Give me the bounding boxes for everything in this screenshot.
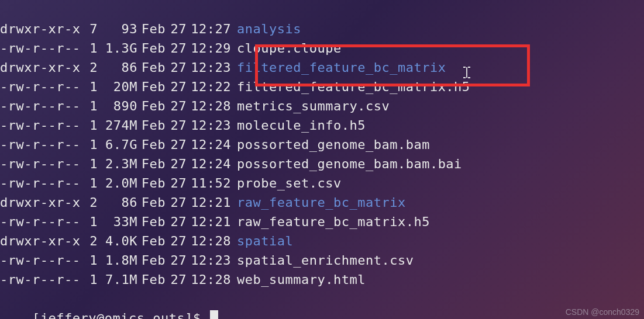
date-day: 27 [166,96,187,116]
date-month: Feb [137,251,166,270]
date-time: 12:23 [187,251,231,270]
date-day: 27 [166,154,187,174]
permissions: -rw-r--r-- [0,251,85,270]
listing-row: drwxr-xr-x286Feb2712:21raw_feature_bc_ma… [0,193,644,212]
date-time: 12:28 [187,96,231,116]
file-size: 7.1M [98,270,137,289]
date-month: Feb [137,154,166,174]
date-time: 12:24 [187,154,231,174]
link-count: 1 [85,251,98,270]
permissions: -rw-r--r-- [0,212,85,231]
shell-prompt: [jeffery@omics outs]$ [32,311,209,319]
directory-name: spatial [237,234,293,248]
date-day: 27 [166,174,187,193]
date-day: 27 [166,231,187,251]
link-count: 1 [85,174,98,193]
file-size: 6.7G [98,135,137,154]
date-time: 12:23 [187,116,231,135]
date-time: 12:28 [187,231,231,251]
date-day: 27 [166,39,187,58]
permissions: -rw-r--r-- [0,154,85,174]
link-count: 7 [85,19,98,39]
file-size: 890 [98,96,137,116]
listing-row: drwxr-xr-x24.0KFeb2712:28spatial [0,231,644,251]
terminal-output[interactable]: drwxr-xr-x793Feb2712:27analysis-rw-r--r-… [0,0,644,319]
permissions: -rw-r--r-- [0,39,85,58]
directory-name: filtered_feature_bc_matrix [237,60,446,75]
file-size: 2.3M [98,154,137,174]
date-day: 27 [166,77,187,96]
link-count: 1 [85,212,98,231]
date-day: 27 [166,193,187,212]
watermark-text: CSDN @conch0329 [566,307,639,317]
date-day: 27 [166,251,187,270]
file-size: 86 [98,58,137,77]
listing-row: -rw-r--r--12.3MFeb2712:24possorted_genom… [0,154,644,174]
listing-row: -rw-r--r--11.8MFeb2712:23spatial_enrichm… [0,251,644,270]
date-month: Feb [137,174,166,193]
listing-row: -rw-r--r--120MFeb2712:22filtered_feature… [0,77,644,96]
listing-row: -rw-r--r--12.0MFeb2711:52probe_set.csv [0,174,644,193]
file-size: 274M [98,116,137,135]
date-time: 12:29 [187,39,231,58]
file-size: 93 [98,19,137,39]
file-name: metrics_summary.csv [237,99,390,113]
date-day: 27 [166,116,187,135]
cursor-icon [210,310,218,319]
file-size: 33M [98,212,137,231]
date-month: Feb [137,193,166,212]
file-name: molecule_info.h5 [237,118,366,133]
listing-row: -rw-r--r--1274MFeb2712:23molecule_info.h… [0,116,644,135]
date-time: 12:22 [187,77,231,96]
permissions: -rw-r--r-- [0,270,85,289]
permissions: drwxr-xr-x [0,58,85,77]
date-month: Feb [137,96,166,116]
listing-row: -rw-r--r--11.3GFeb2712:29cloupe.cloupe [0,39,644,58]
permissions: -rw-r--r-- [0,135,85,154]
link-count: 1 [85,116,98,135]
date-day: 27 [166,58,187,77]
link-count: 1 [85,270,98,289]
file-size: 2.0M [98,174,137,193]
prompt-line[interactable]: [jeffery@omics outs]$ [0,289,644,319]
permissions: -rw-r--r-- [0,174,85,193]
date-month: Feb [137,270,166,289]
permissions: drwxr-xr-x [0,19,85,39]
file-name: cloupe.cloupe [237,41,342,56]
link-count: 1 [85,77,98,96]
date-month: Feb [137,212,166,231]
date-month: Feb [137,77,166,96]
file-name: possorted_genome_bam.bam.bai [237,157,462,171]
date-time: 12:21 [187,193,231,212]
listing-row: -rw-r--r--1890Feb2712:28metrics_summary.… [0,96,644,116]
date-time: 12:21 [187,212,231,231]
file-size: 86 [98,193,137,212]
permissions: -rw-r--r-- [0,116,85,135]
partial-line [0,0,644,19]
date-month: Feb [137,116,166,135]
file-name: raw_feature_bc_matrix.h5 [237,214,430,229]
date-time: 12:24 [187,135,231,154]
link-count: 2 [85,193,98,212]
file-size: 20M [98,77,137,96]
file-listing: drwxr-xr-x793Feb2712:27analysis-rw-r--r-… [0,19,644,289]
link-count: 1 [85,39,98,58]
file-size: 4.0K [98,231,137,251]
listing-row: -rw-r--r--16.7GFeb2712:24possorted_genom… [0,135,644,154]
date-month: Feb [137,231,166,251]
file-name: web_summary.html [237,272,366,287]
listing-row: drwxr-xr-x793Feb2712:27analysis [0,19,644,39]
date-time: 12:23 [187,58,231,77]
file-name: possorted_genome_bam.bam [237,137,430,152]
link-count: 1 [85,96,98,116]
listing-row: -rw-r--r--17.1MFeb2712:28web_summary.htm… [0,270,644,289]
date-month: Feb [137,39,166,58]
date-month: Feb [137,19,166,39]
date-time: 12:28 [187,270,231,289]
listing-row: -rw-r--r--133MFeb2712:21raw_feature_bc_m… [0,212,644,231]
link-count: 1 [85,135,98,154]
date-day: 27 [166,135,187,154]
listing-row: drwxr-xr-x286Feb2712:23filtered_feature_… [0,58,644,77]
permissions: -rw-r--r-- [0,96,85,116]
permissions: -rw-r--r-- [0,77,85,96]
